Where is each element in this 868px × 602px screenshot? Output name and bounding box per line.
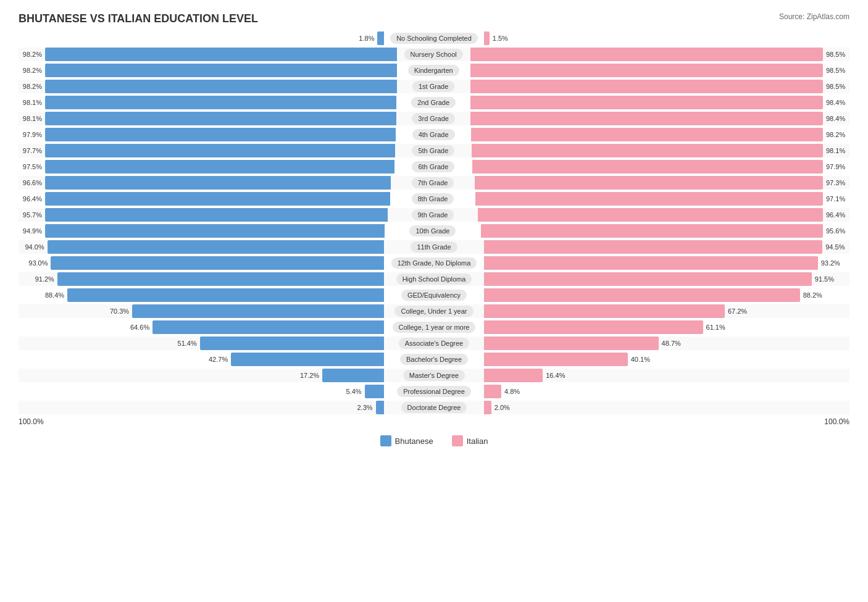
chart-row: 5.4% Professional Degree 4.8% <box>19 385 849 398</box>
bar-right-container: 98.5% <box>470 64 849 77</box>
bar-value-left: 98.2% <box>19 67 42 74</box>
center-label-container: Bachelor's Degree <box>384 354 484 365</box>
center-label-container: Nursery School <box>397 49 470 60</box>
bar-pink <box>481 224 823 238</box>
bar-blue <box>45 144 395 157</box>
bar-blue <box>45 208 388 222</box>
bar-left-container: 98.2% <box>19 80 397 93</box>
bar-pink <box>484 31 490 45</box>
center-label-container: 10th Grade <box>385 225 480 236</box>
chart-row: 2.3% Doctorate Degree 2.0% <box>19 401 849 414</box>
bar-value-right: 67.2% <box>728 307 751 315</box>
source-text: Source: ZipAtlas.com <box>779 12 849 21</box>
bar-value-right: 1.5% <box>493 35 516 42</box>
bhutanese-legend-box <box>380 435 391 446</box>
chart-row: 70.3% College, Under 1 year 67.2% <box>19 304 849 318</box>
bar-right-container: 93.2% <box>484 256 849 270</box>
bar-left-container: 42.7% <box>19 353 384 366</box>
category-label: Bachelor's Degree <box>400 354 468 365</box>
bar-pink <box>470 64 823 77</box>
chart-row: 97.9% 4th Grade 98.2% <box>19 128 849 141</box>
category-label: High School Diploma <box>396 274 472 285</box>
bar-right-container: 97.1% <box>475 192 849 206</box>
bar-left-container: 97.5% <box>19 160 394 173</box>
bar-pink <box>484 240 822 254</box>
bar-value-right: 16.4% <box>546 372 569 379</box>
bar-pink <box>484 401 491 414</box>
bar-pink <box>484 256 818 270</box>
bar-left-container: 98.2% <box>19 48 397 61</box>
chart-row: 95.7% 9th Grade 96.4% <box>19 208 849 222</box>
bar-value-left: 95.7% <box>19 211 42 219</box>
bar-blue <box>377 31 383 45</box>
category-label: 12th Grade, No Diploma <box>391 257 477 269</box>
bar-right-container: 94.5% <box>484 240 849 254</box>
bar-value-right: 40.1% <box>631 356 654 363</box>
chart-row: 93.0% 12th Grade, No Diploma 93.2% <box>19 256 849 270</box>
center-label-container: Kindergarten <box>397 65 470 76</box>
bar-left-container: 94.0% <box>19 240 384 254</box>
bar-blue <box>57 272 384 286</box>
bar-right-container: 97.3% <box>475 176 849 190</box>
bhutanese-legend-label: Bhutanese <box>395 437 433 446</box>
bar-left-container: 98.2% <box>19 64 397 77</box>
bar-left-container: 95.7% <box>19 208 388 222</box>
axis-label-left: 100.0% <box>19 417 44 426</box>
center-label-container: 2nd Grade <box>396 97 470 108</box>
bar-value-right: 98.5% <box>826 51 849 58</box>
italian-legend-label: Italian <box>467 437 488 446</box>
bar-left-container: 17.2% <box>19 369 384 382</box>
bar-blue <box>45 128 396 141</box>
chart-row: 97.7% 5th Grade 98.1% <box>19 144 849 157</box>
bar-blue <box>376 401 384 414</box>
bar-blue <box>132 304 384 318</box>
bar-right-container: 96.4% <box>478 208 849 222</box>
center-label-container: 6th Grade <box>394 161 473 172</box>
axis-labels: 100.0% 100.0% <box>19 417 849 426</box>
bar-right-container: 1.5% <box>484 31 849 45</box>
bar-value-left: 2.3% <box>349 404 373 411</box>
bar-value-right: 97.9% <box>826 163 849 170</box>
bar-value-left: 97.9% <box>19 131 42 138</box>
center-label-container: College, Under 1 year <box>384 306 484 317</box>
bar-right-container: 98.2% <box>471 128 849 141</box>
chart-row: 91.2% High School Diploma 91.5% <box>19 272 849 286</box>
chart-row: 96.6% 7th Grade 97.3% <box>19 176 849 190</box>
category-label: 1st Grade <box>412 81 454 92</box>
bar-blue <box>48 240 384 254</box>
bar-blue <box>45 176 391 190</box>
chart-row: 97.5% 6th Grade 97.9% <box>19 160 849 173</box>
bar-pink <box>484 385 501 398</box>
legend: Bhutanese Italian <box>19 435 849 446</box>
bar-pink <box>484 304 725 318</box>
category-label: 4th Grade <box>412 129 455 140</box>
bar-left-container: 98.1% <box>19 112 396 125</box>
category-label: 3rd Grade <box>412 113 455 124</box>
bar-blue <box>45 192 390 206</box>
bar-value-right: 98.5% <box>826 83 849 90</box>
bar-left-container: 5.4% <box>19 385 384 398</box>
chart-row: 96.4% 8th Grade 97.1% <box>19 192 849 206</box>
bar-value-left: 96.6% <box>19 179 42 186</box>
bar-blue <box>365 385 384 398</box>
bar-pink <box>484 288 800 302</box>
bar-blue <box>45 160 394 173</box>
category-label: Kindergarten <box>408 65 459 76</box>
bar-value-right: 61.1% <box>706 324 730 331</box>
bar-pink <box>484 353 628 366</box>
chart-row: 98.1% 3rd Grade 98.4% <box>19 112 849 125</box>
chart-row: 64.6% College, 1 year or more 61.1% <box>19 320 849 334</box>
legend-item-bhutanese: Bhutanese <box>380 435 433 446</box>
category-label: College, 1 year or more <box>393 322 476 333</box>
bar-pink <box>484 320 703 334</box>
bar-blue <box>45 112 396 125</box>
bar-pink <box>484 272 812 286</box>
chart-area: 1.8% No Schooling Completed 1.5% 98.2% N… <box>19 31 849 414</box>
bar-blue <box>51 256 383 270</box>
bar-value-right: 98.5% <box>826 67 849 74</box>
bar-blue <box>322 369 384 382</box>
bar-left-container: 97.7% <box>19 144 395 157</box>
bar-pink <box>484 337 658 350</box>
bar-value-left: 93.0% <box>24 259 48 267</box>
center-label-container: Professional Degree <box>384 386 484 397</box>
